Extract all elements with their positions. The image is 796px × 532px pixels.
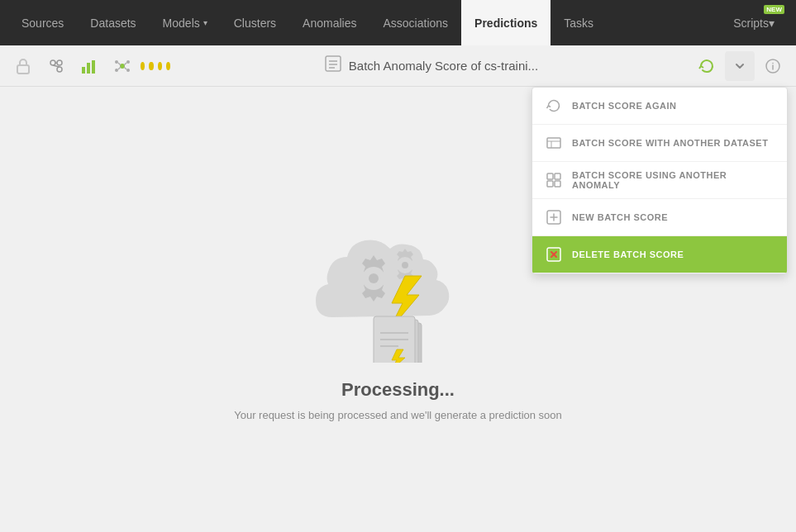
toolbar-title-text: Batch Anomaly Score of cs-traini... xyxy=(349,59,538,73)
loading-dots xyxy=(141,51,170,81)
svg-rect-28 xyxy=(547,173,553,179)
svg-rect-31 xyxy=(555,181,560,187)
svg-rect-7 xyxy=(87,63,90,74)
another-dataset-label: Batch Score with Another Dataset xyxy=(572,138,768,148)
nav-item-anomalies[interactable]: Anomalies xyxy=(289,0,369,45)
svg-point-9 xyxy=(120,64,125,69)
another-dataset-icon xyxy=(544,133,564,153)
models-dropdown-arrow: ▾ xyxy=(203,18,207,27)
toolbar: Batch Anomaly Score of cs-traini... xyxy=(0,45,796,87)
delete-batch-score-label: Delete Batch Score xyxy=(572,249,684,259)
svg-point-13 xyxy=(126,69,130,72)
toolbar-right xyxy=(692,51,788,81)
scripts-dropdown-arrow: ▾ xyxy=(769,17,775,30)
sources-icon[interactable] xyxy=(41,51,71,81)
scripts-new-badge: NEW xyxy=(764,5,784,14)
svg-rect-6 xyxy=(82,67,85,74)
svg-point-10 xyxy=(115,60,118,64)
dropdown-menu: Batch Score Again Batch Score with Anoth… xyxy=(531,87,788,274)
svg-point-2 xyxy=(57,67,62,72)
dropdown-item-batch-score-again[interactable]: Batch Score Again xyxy=(532,88,787,125)
batch-documents-icon xyxy=(374,316,422,363)
new-batch-score-icon xyxy=(544,207,564,227)
dropdown-item-delete-batch-score[interactable]: Delete Batch Score xyxy=(532,236,787,273)
refresh-button[interactable] xyxy=(692,51,722,81)
nav-item-models[interactable]: Models ▾ xyxy=(150,0,221,45)
nav-scripts[interactable]: Scripts ▾ NEW xyxy=(720,0,788,45)
svg-point-41 xyxy=(402,262,408,268)
svg-rect-30 xyxy=(547,181,553,187)
svg-point-1 xyxy=(50,60,55,65)
svg-point-12 xyxy=(115,69,118,72)
dropdown-item-another-anomaly[interactable]: Batch Score Using Another Anomaly xyxy=(532,162,787,199)
nav-item-associations[interactable]: Associations xyxy=(369,0,461,45)
batch-score-again-label: Batch Score Again xyxy=(572,101,676,111)
svg-rect-0 xyxy=(17,65,29,74)
dropdown-toggle-button[interactable] xyxy=(725,51,755,81)
chart-icon[interactable] xyxy=(74,51,104,81)
processing-svg xyxy=(283,197,514,363)
dot-4 xyxy=(166,62,170,70)
svg-point-11 xyxy=(126,60,130,64)
batch-score-icon xyxy=(324,55,342,77)
new-batch-score-label: New Batch Score xyxy=(572,212,668,222)
nav-item-tasks[interactable]: Tasks xyxy=(551,0,607,45)
svg-rect-8 xyxy=(92,60,95,74)
svg-line-17 xyxy=(124,67,126,69)
gear-1-icon xyxy=(362,255,385,302)
another-anomaly-label: Batch Score Using Another Anomaly xyxy=(572,170,775,190)
dot-2 xyxy=(149,62,153,70)
delete-batch-score-icon xyxy=(544,245,564,264)
processing-subtitle: Your request is being processed and we'l… xyxy=(234,409,562,421)
dropdown-item-new-batch-score[interactable]: New Batch Score xyxy=(532,199,787,236)
dropdown-item-another-dataset[interactable]: Batch Score with Another Dataset xyxy=(532,125,787,162)
lock-icon[interactable] xyxy=(8,51,38,81)
nav-item-sources[interactable]: Sources xyxy=(8,0,77,45)
toolbar-title-section: Batch Anomaly Score of cs-traini... xyxy=(174,55,689,77)
svg-point-3 xyxy=(57,60,62,65)
processing-title: Processing... xyxy=(341,379,455,401)
another-anomaly-icon xyxy=(544,170,564,190)
svg-line-15 xyxy=(124,63,126,65)
info-button[interactable] xyxy=(758,51,788,81)
nav-item-datasets[interactable]: Datasets xyxy=(77,0,149,45)
svg-point-24 xyxy=(772,62,774,64)
svg-line-16 xyxy=(118,67,121,69)
processing-illustration xyxy=(283,197,514,363)
svg-rect-29 xyxy=(555,173,560,179)
nav-item-clusters[interactable]: Clusters xyxy=(221,0,289,45)
batch-score-again-icon xyxy=(544,96,564,116)
nav-item-predictions[interactable]: Predictions xyxy=(461,0,551,45)
top-nav: Sources Datasets Models ▾ Clusters Anoma… xyxy=(0,0,796,45)
svg-rect-25 xyxy=(547,138,560,148)
svg-point-39 xyxy=(369,273,379,283)
dot-1 xyxy=(141,62,145,70)
dot-3 xyxy=(158,62,162,70)
svg-line-14 xyxy=(118,63,121,65)
svg-rect-18 xyxy=(326,56,341,71)
network-icon[interactable] xyxy=(107,51,137,81)
